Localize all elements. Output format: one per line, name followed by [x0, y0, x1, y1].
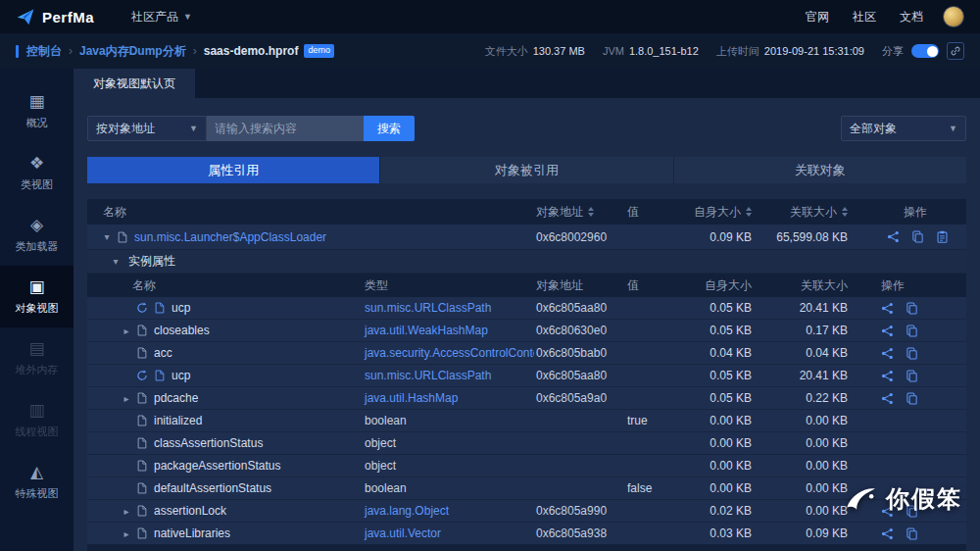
table-row[interactable]: accjava.security.AccessControlContext0x6…: [87, 342, 966, 365]
brand[interactable]: PerfMa: [16, 7, 94, 26]
expand-caret-icon[interactable]: ▸: [121, 506, 132, 517]
row-operations: [871, 365, 966, 386]
sidebar-item-overview[interactable]: ▦概况: [0, 80, 74, 142]
copy-icon[interactable]: [906, 347, 918, 360]
table-row[interactable]: ▸nativeLibrariesjava.util.Vector0x6c805a…: [87, 523, 966, 545]
avatar[interactable]: [943, 6, 964, 27]
object-name[interactable]: sun.misc.Launcher$AppClassLoader: [134, 230, 326, 244]
ref-graph-icon[interactable]: [887, 230, 900, 243]
reference-tab[interactable]: 属性引用: [87, 157, 380, 183]
reference-tab[interactable]: 关联对象: [674, 157, 966, 183]
column-header[interactable]: 关联大小: [761, 199, 871, 225]
chevron-down-icon: ▼: [189, 124, 198, 133]
sidebar-item-object-view[interactable]: ▣对象视图: [0, 266, 74, 327]
field-type[interactable]: java.util.Vector: [363, 523, 534, 544]
field-type[interactable]: sun.misc.URLClassPath: [363, 297, 534, 319]
name-cell: ucp: [87, 365, 363, 386]
expand-caret-icon[interactable]: ▸: [121, 326, 132, 336]
table-row[interactable]: ▸pdcachejava.util.HashMap0x6c805a9a00.05…: [87, 387, 966, 410]
meta-item: 文件大小130.37 MB: [485, 44, 585, 59]
clipboard-icon[interactable]: [936, 230, 949, 243]
page-icon: [154, 302, 166, 314]
topbar-link[interactable]: 官网: [806, 9, 829, 25]
table-row[interactable]: ▸assertionLockjava.lang.Object0x6c805a99…: [87, 500, 966, 523]
breadcrumb-separator: ›: [69, 44, 73, 58]
loop-icon: [136, 370, 148, 381]
sidebar-item-class-view[interactable]: ❖类视图: [0, 142, 74, 204]
sidebar: ▦概况❖类视图◈类加载器▣对象视图▤堆外内存▥线程视图◭特殊视图: [0, 69, 74, 551]
expand-caret-icon[interactable]: ▸: [121, 528, 132, 539]
column-header-label: 自身大小: [705, 277, 752, 294]
field-type[interactable]: sun.misc.URLClassPath: [363, 365, 534, 386]
field-type[interactable]: java.security.AccessControlContext: [363, 342, 534, 364]
ref-graph-icon[interactable]: [881, 302, 894, 315]
sidebar-item-offheap-memory[interactable]: ▤堆外内存: [0, 327, 74, 389]
copy-icon[interactable]: [906, 302, 918, 315]
instance-attributes-section[interactable]: ▾ 实例属性: [87, 250, 966, 274]
column-header[interactable]: 对象地址: [534, 199, 625, 225]
ref-graph-icon[interactable]: [881, 347, 894, 360]
column-header-label: 自身大小: [694, 204, 741, 221]
retained-size: 0.00 KB: [761, 432, 871, 454]
breadcrumb-console[interactable]: 控制台: [26, 43, 62, 60]
name-cell: packageAssertionStatus: [87, 455, 363, 476]
column-header-label: 值: [627, 204, 639, 221]
retained-size: 0.04 KB: [761, 342, 871, 364]
table-row[interactable]: defaultAssertionStatusbooleanfalse0.00 K…: [87, 477, 966, 500]
topbar-link[interactable]: 文档: [900, 9, 923, 25]
ref-graph-icon[interactable]: [881, 370, 894, 382]
column-header-label: 操作: [881, 277, 905, 294]
expand-caret-icon[interactable]: ▸: [121, 393, 132, 404]
object-address: 0x6c805aa80: [534, 297, 625, 319]
table-row[interactable]: ▸closeablesjava.util.WeakHashMap0x6c8063…: [87, 320, 966, 342]
share-toggle[interactable]: [911, 44, 939, 58]
copy-link-button[interactable]: [947, 42, 964, 60]
topbar-link[interactable]: 社区: [853, 9, 876, 25]
field-type[interactable]: java.util.WeakHashMap: [363, 320, 534, 341]
copy-icon[interactable]: [911, 230, 924, 243]
column-header: 操作: [871, 199, 966, 225]
search-mode-value: 按对象地址: [96, 121, 183, 137]
copy-icon[interactable]: [906, 527, 918, 540]
copy-icon[interactable]: [906, 325, 918, 337]
search-mode-select[interactable]: 按对象地址 ▼: [87, 116, 207, 141]
community-products-menu[interactable]: 社区产品 ▼: [131, 9, 192, 25]
table-row[interactable]: initializedbooleantrue0.00 KB0.00 KB: [87, 410, 966, 432]
object-scope-select[interactable]: 全部对象 ▼: [841, 116, 966, 141]
self-size: 0.00 KB: [679, 477, 761, 499]
ref-graph-icon[interactable]: [881, 392, 894, 405]
sort-icon[interactable]: [746, 207, 752, 217]
copy-icon[interactable]: [906, 392, 918, 405]
table-row[interactable]: ucpsun.misc.URLClassPath0x6c805aa800.05 …: [87, 365, 966, 387]
ref-graph-icon[interactable]: [881, 527, 894, 540]
sidebar-item-special-view[interactable]: ◭特殊视图: [0, 451, 74, 513]
table-row[interactable]: packageAssertionStatusobject0.00 KB0.00 …: [87, 455, 966, 477]
search-input[interactable]: [207, 116, 364, 141]
sort-icon[interactable]: [842, 207, 848, 217]
accent-bar: [16, 45, 19, 58]
name-cell: ▸nativeLibraries: [87, 523, 363, 544]
retained-size: 20.41 KB: [761, 365, 871, 386]
expand-caret-icon[interactable]: ▾: [101, 231, 113, 242]
copy-icon[interactable]: [906, 370, 918, 382]
reference-tab[interactable]: 对象被引用: [380, 157, 673, 183]
table-row[interactable]: ucpsun.misc.URLClassPath0x6c805aa800.05 …: [87, 297, 966, 320]
sort-icon[interactable]: [588, 207, 594, 217]
sidebar-item-label: 特殊视图: [16, 486, 59, 501]
column-header[interactable]: 自身大小: [679, 199, 761, 225]
field-name: acc: [154, 346, 172, 360]
search-button[interactable]: 搜索: [364, 116, 415, 141]
breadcrumb-section[interactable]: Java内存Dump分析: [79, 43, 186, 60]
table-row[interactable]: ▾ sun.misc.Launcher$AppClassLoader 0x6c8…: [87, 225, 966, 250]
chevron-down-icon: ▼: [183, 12, 192, 22]
field-name: packageAssertionStatus: [154, 459, 280, 473]
expand-caret-icon[interactable]: ▾: [110, 256, 122, 267]
name-cell: initialized: [87, 410, 363, 431]
sidebar-item-class-loader[interactable]: ◈类加载器: [0, 204, 74, 266]
field-type[interactable]: java.lang.Object: [363, 500, 534, 522]
table-row[interactable]: classAssertionStatusobject0.00 KB0.00 KB: [87, 432, 966, 455]
ref-graph-icon[interactable]: [881, 325, 894, 337]
sidebar-item-thread-view[interactable]: ▥线程视图: [0, 389, 74, 451]
field-type[interactable]: java.util.HashMap: [363, 387, 534, 409]
tab-object-view-default[interactable]: 对象视图默认页: [74, 69, 195, 98]
